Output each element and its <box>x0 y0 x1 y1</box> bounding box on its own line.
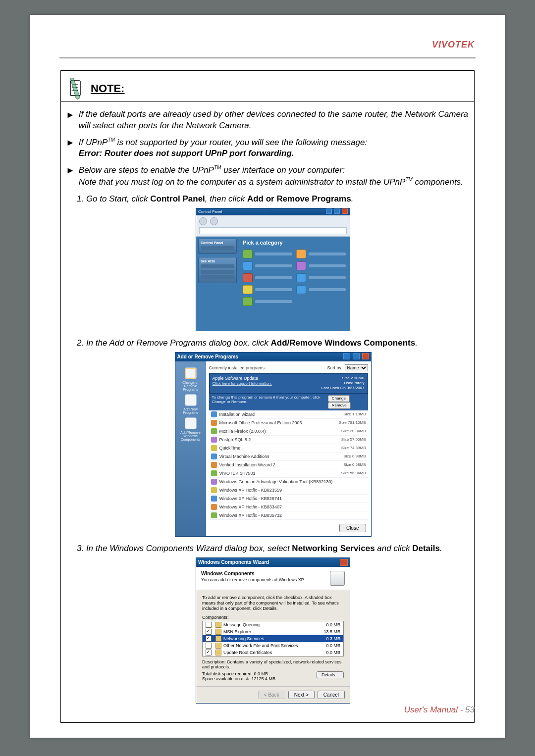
add-remove-sidebar: Change or Remove Programs Add New Progra… <box>175 361 206 536</box>
note-title: NOTE: <box>91 82 124 95</box>
folder-icon <box>215 650 221 655</box>
folder-icon <box>215 629 221 635</box>
program-name: Windows Genuine Advantage Validation Too… <box>219 479 333 484</box>
appearance-icon <box>243 250 253 258</box>
page-number: 53 <box>465 705 475 714</box>
component-size: 0.0 MB <box>326 643 340 648</box>
program-icon <box>211 411 217 417</box>
performance-icon <box>243 297 253 306</box>
program-name: Mozilla Firefox (2.0.0.4) <box>219 429 266 434</box>
window-title: Control Panel <box>198 209 222 214</box>
note-bullet-1: ► If the default ports are already used … <box>61 107 474 135</box>
wizard-intro: To add or remove a component, click the … <box>202 595 344 612</box>
maximize-icon <box>353 353 360 359</box>
checkbox-icon[interactable] <box>206 643 212 649</box>
program-row[interactable]: QuickTimeSize 74.39MB <box>209 444 368 453</box>
highlighted-program: Apple Software Update Click here for sup… <box>209 373 368 394</box>
program-size: Size 781.10MB <box>339 420 366 425</box>
component-name: Update Root Certificates <box>223 650 272 655</box>
user-accounts-icon <box>296 261 306 270</box>
category-item <box>296 273 346 282</box>
add-remove-programs-icon <box>243 273 253 282</box>
back-button[interactable]: < Back <box>258 691 285 699</box>
details-button[interactable]: Details... <box>317 671 344 678</box>
sidebar-windows-components: Add/Remove Windows Components <box>177 417 205 441</box>
program-row[interactable]: Microsoft Office Professional Edition 20… <box>209 419 368 427</box>
add-new-icon <box>185 394 197 406</box>
window-title: Windows Components Wizard <box>198 559 269 565</box>
sort-select[interactable]: Name <box>345 364 368 371</box>
program-name: QuickTime <box>219 446 241 451</box>
program-size: Size 0.98MB <box>343 454 366 458</box>
close-icon <box>340 559 348 566</box>
network-icon <box>243 261 253 270</box>
note-bullet-3-text: Below are steps to enable the UPnPTM use… <box>79 164 463 188</box>
program-name: Windows XP Hotfix - KB828741 <box>219 496 282 501</box>
note-bullet-1-text: If the default ports are already used by… <box>79 109 470 132</box>
sidebar-panel: Control Panel <box>198 239 237 254</box>
remove-button[interactable]: Remove <box>328 402 351 409</box>
sidebar-panel: See Also <box>198 257 237 283</box>
note-box: NOTE: ► If the default ports are already… <box>60 70 475 723</box>
date-time-icon <box>296 273 306 282</box>
manual-page: VIVOTEK NOTE: ► If the default ports are… <box>30 15 505 738</box>
programs-list: Installation wizardSize 1.10MBMicrosoft … <box>209 410 368 520</box>
program-row[interactable]: Windows XP Hotfix - KB835732 <box>209 511 368 520</box>
program-size: Size 74.39MB <box>341 446 366 450</box>
close-icon <box>362 353 369 359</box>
sidebar-panel-title: See Also <box>201 259 234 263</box>
note-bullet-2-text: If UPnPTM is not supported by your route… <box>79 137 367 160</box>
change-button[interactable]: Change <box>328 395 350 402</box>
note-header: NOTE: <box>61 75 474 102</box>
program-row[interactable]: Windows Genuine Advantage Validation Too… <box>209 478 368 486</box>
program-icon <box>211 504 217 510</box>
wizard-icon <box>330 571 345 586</box>
checkbox-icon[interactable] <box>206 650 212 655</box>
wizard-subheading: You can add or remove components of Wind… <box>201 577 305 582</box>
change-remove-icon <box>185 367 197 379</box>
program-row[interactable]: Windows XP Hotfix - KB833407 <box>209 503 368 511</box>
printers-icon <box>296 250 306 258</box>
component-row[interactable]: Update Root Certificates0.0 MB <box>203 649 343 656</box>
component-row[interactable]: MSN Explorer13.5 MB <box>203 628 343 635</box>
component-row[interactable]: Other Network File and Print Services0.0… <box>203 642 343 649</box>
program-icon <box>211 479 217 485</box>
category-item <box>243 261 292 270</box>
minimize-icon <box>326 208 332 214</box>
checkbox-icon[interactable] <box>206 622 212 628</box>
program-icon <box>211 420 217 426</box>
window-titlebar: Add or Remove Programs <box>175 353 371 361</box>
component-size: 0.3 MB <box>326 636 340 641</box>
program-icon <box>211 487 217 493</box>
program-row[interactable]: VIVOTEK ST7501Size 56.94MB <box>209 469 368 478</box>
category-item <box>296 285 346 294</box>
header-rule <box>59 57 476 58</box>
window-title: Add or Remove Programs <box>177 354 238 359</box>
support-link[interactable]: Click here for support information. <box>213 381 272 386</box>
screenshot-add-remove-programs: Add or Remove Programs Change or Remove … <box>175 352 372 537</box>
program-row[interactable]: Mozilla Firefox (2.0.0.4)Size 20.34MB <box>209 427 368 436</box>
program-icon <box>211 496 217 502</box>
checkbox-icon[interactable] <box>206 636 212 642</box>
note-bullet-2: ► If UPnPTM is not supported by your rou… <box>61 135 474 163</box>
category-item <box>243 273 292 282</box>
close-button[interactable]: Close <box>339 524 366 532</box>
program-row[interactable]: Windows XP Hotfix - KB828741 <box>209 495 368 503</box>
cancel-button[interactable]: Cancel <box>318 691 345 699</box>
maximize-icon <box>334 208 340 214</box>
program-row[interactable]: Virtual Machine AdditionsSize 0.98MB <box>209 453 368 461</box>
component-row[interactable]: Networking Services0.3 MB <box>203 635 343 642</box>
sort-by: Sort by: Name <box>327 364 368 371</box>
program-row[interactable]: Verified Installation Wizard 2Size 0.58M… <box>209 461 368 469</box>
program-row[interactable]: Installation wizardSize 1.10MB <box>209 410 368 419</box>
program-row[interactable]: Windows XP Hotfix - KB823559 <box>209 486 368 495</box>
next-button[interactable]: Next > <box>288 691 315 699</box>
category-item <box>243 297 292 306</box>
brand-label: VIVOTEK <box>432 40 475 50</box>
checkbox-icon[interactable] <box>206 629 212 635</box>
program-row[interactable]: PostgreSQL 8.2Size 57.50MB <box>209 436 368 444</box>
category-pane: Pick a category <box>239 237 350 331</box>
category-item <box>243 250 292 258</box>
component-row[interactable]: Message Queuing0.0 MB <box>203 621 343 628</box>
component-description: Description: Contains a variety of speci… <box>202 659 344 669</box>
